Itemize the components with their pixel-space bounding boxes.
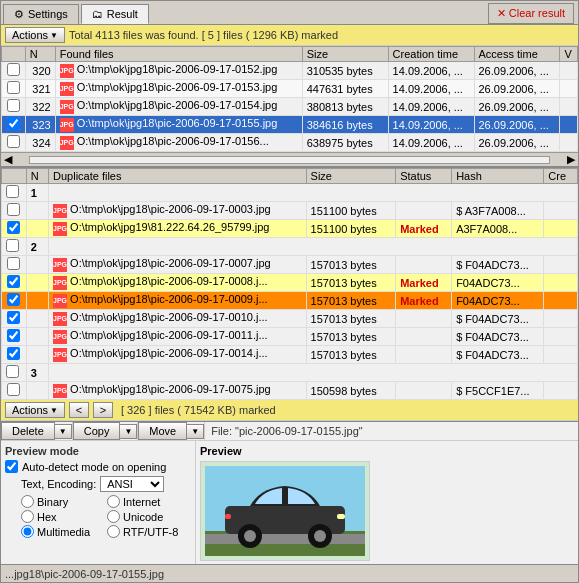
bottom-actions-button[interactable]: Actions ▼ (5, 402, 65, 418)
dup-table-row[interactable]: JPG O:\tmp\ok\jpg18\pic-2006-09-17-0007.… (2, 256, 578, 274)
hex-radio[interactable] (21, 510, 34, 523)
move-button[interactable]: Move (138, 422, 187, 440)
move-dropdown[interactable]: ▼ (187, 424, 204, 439)
next-button[interactable]: > (93, 402, 113, 418)
prev-button[interactable]: < (69, 402, 89, 418)
table-row[interactable]: 322 JPG O:\tmp\ok\jpg18\pic-2006-09-17-0… (2, 98, 578, 116)
dup-table-row[interactable]: JPG O:\tmp\ok\jpg18\pic-2006-09-17-0003.… (2, 202, 578, 220)
main-window: ⚙ Settings 🗂 Result ✕ Clear result Actio… (0, 0, 579, 583)
rtf-radio[interactable] (107, 525, 120, 538)
dup-row-status (396, 328, 452, 346)
binary-option: Binary (21, 495, 105, 508)
dup-row-cre (544, 382, 578, 400)
status-bar: ...jpg18\pic-2006-09-17-0155.jpg (1, 564, 578, 582)
next-icon: > (100, 404, 106, 416)
dup-row-n (26, 256, 48, 274)
row-checkbox[interactable] (7, 63, 20, 76)
dup-row-hash: F04ADC73... (452, 292, 544, 310)
delete-btn-group: Delete ▼ (1, 422, 73, 440)
dup-row-status: Marked (396, 292, 452, 310)
group-checkbox[interactable] (6, 185, 19, 198)
row-accessed: 26.09.2006, ... (474, 116, 560, 134)
dup-row-size: 157013 bytes (306, 310, 396, 328)
dup-row-checkbox[interactable] (7, 221, 20, 234)
row-checkbox-cell (2, 98, 26, 116)
table-row[interactable]: 321 JPG O:\tmp\ok\jpg18\pic-2006-09-17-0… (2, 80, 578, 98)
internet-label: Internet (123, 496, 160, 508)
multimedia-radio[interactable] (21, 525, 34, 538)
dup-group-header: 3 (2, 364, 578, 382)
row-checkbox-cell (2, 134, 26, 152)
top-actions-arrow: ▼ (50, 31, 58, 40)
row-checkbox[interactable] (7, 135, 20, 148)
row-size: 638975 bytes (302, 134, 388, 152)
row-checkbox[interactable] (7, 99, 20, 112)
unicode-label: Unicode (123, 511, 163, 523)
tab-settings-label: Settings (28, 8, 68, 20)
row-v (560, 98, 578, 116)
table-row[interactable]: 323 JPG O:\tmp\ok\jpg18\pic-2006-09-17-0… (2, 116, 578, 134)
group-checkbox[interactable] (6, 365, 19, 378)
dup-row-checkbox[interactable] (7, 329, 20, 342)
dup-row-checkbox-cell (2, 328, 27, 346)
table-row[interactable]: 320 JPG O:\tmp\ok\jpg18\pic-2006-09-17-0… (2, 62, 578, 80)
delete-dropdown[interactable]: ▼ (55, 424, 72, 439)
dup-row-checkbox[interactable] (7, 275, 20, 288)
row-checkbox[interactable] (7, 81, 20, 94)
svg-rect-9 (225, 514, 231, 519)
delete-button[interactable]: Delete (1, 422, 55, 440)
dup-row-checkbox[interactable] (7, 203, 20, 216)
group-n: 3 (26, 364, 48, 382)
dup-row-checkbox[interactable] (7, 311, 20, 324)
copy-button[interactable]: Copy (73, 422, 121, 440)
dup-table-row[interactable]: JPG O:\tmp\ok\jpg18\pic-2006-09-17-0011.… (2, 328, 578, 346)
row-checkbox[interactable] (7, 117, 20, 130)
text-encoding-label: Text, Encoding: (21, 478, 96, 490)
dup-col-files: Duplicate files (49, 169, 307, 184)
scroll-left[interactable]: ◀ (1, 153, 15, 166)
group-checkbox-cell (2, 364, 27, 382)
row-accessed: 26.09.2006, ... (474, 98, 560, 116)
binary-radio[interactable] (21, 495, 34, 508)
table-row[interactable]: 324 JPG O:\tmp\ok\jpg18\pic-2006-09-17-0… (2, 134, 578, 152)
tab-settings[interactable]: ⚙ Settings (3, 4, 79, 24)
row-v (560, 80, 578, 98)
dup-table-row[interactable]: JPG O:\tmp\ok\jpg18\pic-2006-09-17-0014.… (2, 346, 578, 364)
top-actions-button[interactable]: Actions ▼ (5, 27, 65, 43)
dup-row-checkbox[interactable] (7, 347, 20, 360)
auto-detect-checkbox[interactable] (5, 460, 18, 473)
row-n: 320 (25, 62, 55, 80)
clear-result-button[interactable]: ✕ Clear result (488, 3, 574, 24)
action-buttons-row: Delete ▼ Copy ▼ Move ▼ File: "pic-2006-0… (1, 422, 578, 441)
dup-table-row[interactable]: JPG O:\tmp\ok\jpg18\pic-2006-09-17-0008.… (2, 274, 578, 292)
dup-row-checkbox[interactable] (7, 257, 20, 270)
svg-point-5 (244, 530, 256, 542)
copy-dropdown[interactable]: ▼ (120, 424, 137, 439)
dup-table-row[interactable]: JPG O:\tmp\ok\jpg18\pic-2006-09-17-0010.… (2, 310, 578, 328)
dup-row-n (26, 382, 48, 400)
dup-file-icon: JPG (53, 276, 67, 290)
dup-file-icon: JPG (53, 384, 67, 398)
encoding-select[interactable]: ANSI UTF-8 UTF-16 (100, 476, 164, 492)
dup-row-n (26, 292, 48, 310)
dup-row-checkbox[interactable] (7, 293, 20, 306)
top-hscrollbar[interactable]: ◀ ▶ (1, 152, 578, 166)
unicode-radio[interactable] (107, 510, 120, 523)
col-found-files: Found files (55, 47, 302, 62)
row-accessed: 26.09.2006, ... (474, 62, 560, 80)
dup-table-row[interactable]: JPG O:\tmp\ok\jpg19\81.222.64.26_95799.j… (2, 220, 578, 238)
dup-table-row[interactable]: JPG O:\tmp\ok\jpg18\pic-2006-09-17-0075.… (2, 382, 578, 400)
preview-section: Preview mode Auto-detect mode on opening… (1, 441, 578, 564)
row-v (560, 134, 578, 152)
tab-result[interactable]: 🗂 Result (81, 4, 149, 24)
dup-row-checkbox[interactable] (7, 383, 20, 396)
dup-row-checkbox-cell (2, 256, 27, 274)
scroll-right[interactable]: ▶ (564, 153, 578, 166)
internet-radio[interactable] (107, 495, 120, 508)
group-checkbox[interactable] (6, 239, 19, 252)
dup-row-size: 151100 bytes (306, 220, 396, 238)
dup-row-size: 157013 bytes (306, 274, 396, 292)
scroll-track[interactable] (29, 156, 550, 164)
copy-btn-group: Copy ▼ (73, 422, 139, 440)
dup-table-row[interactable]: JPG O:\tmp\ok\jpg18\pic-2006-09-17-0009.… (2, 292, 578, 310)
